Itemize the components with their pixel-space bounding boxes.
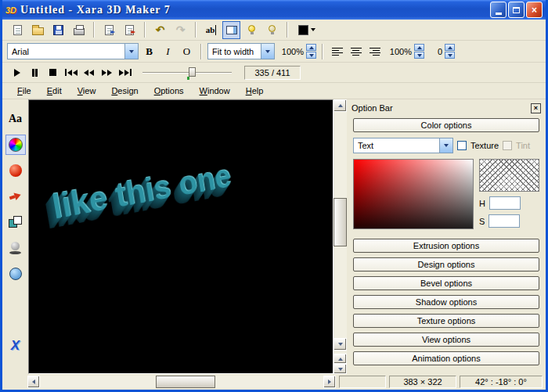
maximize-button[interactable] [508,2,525,18]
import-arrow-icon [110,30,115,34]
text-options-icon: Aa [9,113,22,125]
slider-tick [187,77,189,80]
dropdown-arrow-icon[interactable] [439,138,452,153]
baseline-down-button[interactable] [445,52,455,59]
font-select[interactable]: Arial [7,43,139,59]
open-button[interactable] [29,21,47,39]
animation-options-button[interactable]: Animation options [353,351,539,365]
toolbox-color-button[interactable] [5,135,26,155]
dropdown-arrow-icon[interactable] [124,44,138,59]
italic-button[interactable]: I [160,43,176,59]
pause-button[interactable] [27,65,43,81]
new-button[interactable] [9,21,27,39]
toolbox-shadow-button[interactable] [5,238,26,258]
toolbox-bevel-button[interactable] [5,212,26,232]
play-button[interactable] [9,65,25,81]
down-arrow-icon [309,54,314,57]
background-color-button[interactable] [294,21,320,39]
lights-button[interactable] [243,21,261,39]
quality-button[interactable] [263,21,281,39]
color-gradient-field[interactable] [353,159,474,229]
texture-swatch[interactable] [479,159,539,192]
frame-slider[interactable] [142,66,232,80]
menu-view[interactable]: View [70,85,103,97]
font-select-value: Arial [12,47,124,56]
toolbox-texture-button[interactable] [5,264,26,284]
align-center-button[interactable] [348,43,364,59]
texture-checkbox[interactable] [457,141,467,150]
zoom-mode-select[interactable]: Fit to width [207,43,275,59]
menu-help[interactable]: Help [239,85,271,97]
3d-text[interactable]: like this one [49,157,234,226]
rewind-button[interactable] [81,65,97,81]
align-right-button[interactable] [366,43,383,59]
menu-window[interactable]: Window [193,85,237,97]
design-options-button[interactable]: Design options [353,257,539,272]
zoom-up-button[interactable] [306,44,316,51]
bevel-options-button[interactable]: Bevel options [353,276,539,290]
page-down-button[interactable] [333,364,347,374]
hue-input[interactable] [489,196,521,210]
import-button[interactable] [100,21,118,39]
page-up-button[interactable] [333,354,347,364]
color-target-select[interactable]: Text [353,138,453,153]
scroll-up-button[interactable] [333,99,347,112]
zoom-spinner: 100% [277,44,316,59]
hue-label: H [479,199,485,208]
baseline-up-button[interactable] [445,44,455,51]
vertical-scroll-track[interactable] [333,112,347,338]
minimize-button[interactable] [490,2,507,18]
texture-options-button[interactable]: Texture options [353,314,539,328]
zoom-down-button[interactable] [306,52,316,59]
redo-icon: ↷ [176,24,186,35]
menu-file[interactable]: File [10,85,38,97]
skip-end-button[interactable] [117,65,133,81]
bold-button[interactable]: B [141,43,157,59]
vertical-scrollbar[interactable] [333,99,347,374]
toolbox-extrusion-button[interactable] [5,160,26,181]
save-button[interactable] [49,21,67,39]
undo-button[interactable]: ↶ [151,21,169,39]
menu-design[interactable]: Design [104,85,145,97]
tracking-up-button[interactable] [414,44,424,51]
redo-button[interactable]: ↷ [171,21,189,39]
close-button[interactable]: × [526,2,543,18]
scroll-down-button[interactable] [333,338,347,351]
dropdown-arrow-icon[interactable] [261,44,274,59]
scroll-left-button[interactable] [27,376,40,388]
align-left-button[interactable] [329,43,345,59]
baseline-spinner: 0 [427,44,455,59]
skip-start-button[interactable] [63,65,79,81]
view-options-button[interactable]: View options [353,333,539,347]
tracking-down-button[interactable] [414,52,424,59]
horizontal-scroll-thumb[interactable] [156,376,215,388]
extrusion-options-button[interactable]: Extrusion options [353,239,539,253]
option-bar-toggle-button[interactable] [222,21,240,39]
toolbar-separator [144,22,146,38]
export-button[interactable] [121,21,139,39]
toolbox-design-button[interactable] [5,186,26,207]
horizontal-scrollbar[interactable] [27,376,336,388]
canvas[interactable]: like this one [28,99,333,374]
app-logo-icon: 3D [5,5,16,15]
saturation-input[interactable] [489,214,520,228]
menu-options[interactable]: Options [147,85,191,97]
option-bar-close-button[interactable]: × [531,103,541,113]
shadow-options-button[interactable]: Shadow options [353,295,539,309]
stop-button[interactable] [45,65,61,81]
scroll-right-button[interactable] [323,376,336,388]
toolbox-text-button[interactable]: Aa [5,109,26,129]
tracking-spinner: 100% [385,44,424,59]
color-options-button[interactable]: Color options [353,118,539,132]
menu-edit[interactable]: Edit [40,85,69,97]
horizontal-scroll-track[interactable] [40,376,323,388]
globe-icon [9,268,22,280]
slider-thumb[interactable] [189,67,196,77]
vertical-scroll-thumb[interactable] [333,198,347,246]
edit-text-button[interactable]: ab [202,21,220,39]
outline-button[interactable]: O [178,43,195,59]
down-arrow-icon [417,54,422,57]
print-button[interactable] [70,21,88,39]
forward-button[interactable] [99,65,115,81]
export-icon [125,25,134,35]
